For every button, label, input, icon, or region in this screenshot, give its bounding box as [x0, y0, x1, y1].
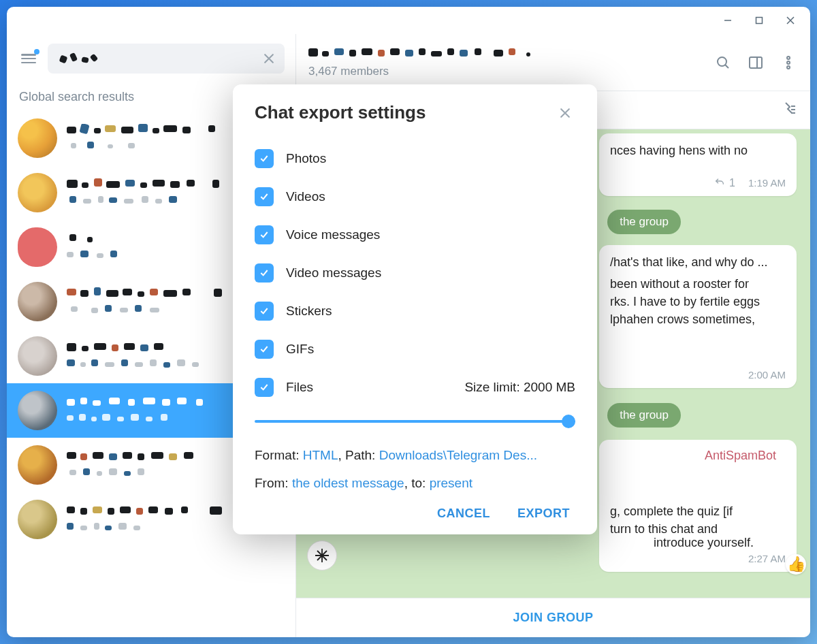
message-text: been without a rooster for [610, 275, 786, 293]
search-icon[interactable] [714, 53, 733, 72]
search-wrap [48, 44, 285, 74]
avatar [18, 336, 57, 376]
svg-rect-2 [750, 57, 762, 68]
sidebar-toggle-icon[interactable] [746, 53, 765, 72]
system-chip: the group [607, 403, 681, 428]
avatar [18, 118, 57, 158]
svg-point-1 [718, 57, 726, 66]
avatar [18, 391, 57, 430]
bot-avatar [307, 541, 337, 570]
message-text: lphahen crows sometimes, [610, 310, 786, 328]
minimize-button[interactable] [712, 10, 743, 31]
snowflake-icon [314, 547, 330, 564]
svg-point-3 [787, 57, 790, 59]
message-bubble[interactable]: nces having hens with no 1 1:19 AM [599, 133, 797, 196]
option-label: Videos [286, 189, 575, 204]
members-count: 3,467 members [308, 65, 714, 78]
size-limit-slider[interactable] [255, 415, 575, 428]
option-label: GIFs [286, 342, 575, 357]
checkbox-checked-icon[interactable] [255, 263, 274, 283]
option-voice-messages[interactable]: Voice messages [255, 216, 575, 254]
maximize-button[interactable] [743, 10, 775, 31]
pinned-list-icon[interactable] [782, 101, 798, 120]
option-files[interactable]: Files Size limit: 2000 MB [255, 368, 575, 406]
reply-icon [714, 177, 725, 188]
message-text: introduce yourself. [340, 534, 790, 551]
export-settings-dialog: Chat export settings Photos Videos Voice… [233, 84, 597, 534]
search-query-obfuscated [60, 53, 101, 65]
from-to-line: From: the oldest message, to: present [255, 474, 575, 494]
app-window: Global search results [7, 7, 810, 637]
checkbox-checked-icon[interactable] [255, 340, 274, 359]
menu-button[interactable] [18, 48, 39, 69]
header-actions [714, 53, 798, 72]
checkbox-checked-icon[interactable] [255, 225, 274, 244]
slider-thumb[interactable] [562, 415, 575, 428]
close-dialog-button[interactable] [555, 103, 575, 123]
more-icon[interactable] [779, 53, 798, 72]
option-stickers[interactable]: Stickers [255, 292, 575, 330]
join-group-button[interactable]: JOIN GROUP [296, 598, 810, 637]
join-label: JOIN GROUP [513, 611, 593, 625]
option-photos[interactable]: Photos [255, 140, 575, 178]
checkbox-checked-icon[interactable] [255, 378, 274, 397]
slider-track [255, 420, 575, 423]
dialog-actions: CANCEL EXPORT [255, 506, 575, 521]
avatar [18, 445, 57, 485]
export-button[interactable]: EXPORT [517, 506, 570, 521]
titlebar [7, 7, 810, 34]
sender-name: AntiSpamBot [705, 447, 776, 464]
checkbox-checked-icon[interactable] [255, 302, 274, 321]
sidebar-header [7, 34, 295, 83]
from-link[interactable]: the oldest message [292, 476, 404, 490]
format-link[interactable]: HTML [303, 448, 338, 462]
option-gifs[interactable]: GIFs [255, 330, 575, 368]
svg-point-5 [787, 66, 790, 69]
message-bubble[interactable]: /hat's that like, and why do ... been wi… [599, 245, 797, 388]
avatar [18, 500, 57, 539]
close-window-button[interactable] [775, 10, 806, 31]
svg-rect-0 [756, 18, 763, 24]
message-text: nces having hens with no [610, 144, 748, 157]
option-label: Stickers [286, 304, 575, 319]
path-link[interactable]: Downloads\Telegram Des... [379, 448, 537, 462]
option-label: Files [286, 380, 452, 395]
avatar [18, 282, 57, 321]
checkbox-checked-icon[interactable] [255, 187, 274, 206]
option-videos[interactable]: Videos [255, 178, 575, 216]
reaction-thumbs-up-icon[interactable]: 👍 [786, 554, 806, 575]
replies-count: 1 [729, 175, 735, 191]
to-link[interactable]: present [430, 476, 472, 490]
notification-dot-icon [34, 49, 39, 54]
message-text: /hat's that like, and why do ... [610, 253, 786, 271]
chat-header[interactable]: 3,467 members [296, 34, 810, 91]
option-label: Video messages [286, 265, 575, 280]
dialog-title: Chat export settings [255, 102, 426, 123]
message-time: 2:00 AM [748, 368, 786, 383]
size-limit-label: Size limit: 2000 MB [464, 380, 575, 395]
format-path-line: Format: HTML, Path: Downloads\Telegram D… [255, 446, 575, 466]
option-video-messages[interactable]: Video messages [255, 254, 575, 292]
checkbox-checked-icon[interactable] [255, 149, 274, 168]
system-chip: the group [607, 210, 681, 234]
option-label: Voice messages [286, 227, 575, 242]
avatar [18, 173, 57, 212]
message-text: g, complete the quiz [if [610, 502, 786, 520]
clear-search-button[interactable] [260, 50, 278, 67]
message-time: 2:27 AM [748, 551, 786, 566]
svg-point-4 [787, 61, 790, 64]
option-label: Photos [286, 151, 575, 166]
avatar [18, 227, 57, 267]
message-bubble[interactable]: AntiSpamBot g, complete the quiz [if tur… [599, 440, 797, 572]
message-time: 1:19 AM [748, 176, 786, 191]
cancel-button[interactable]: CANCEL [437, 506, 490, 521]
message-text: rks. I have to by fertile eggs [610, 293, 786, 310]
chat-title-obfuscated [308, 47, 714, 62]
